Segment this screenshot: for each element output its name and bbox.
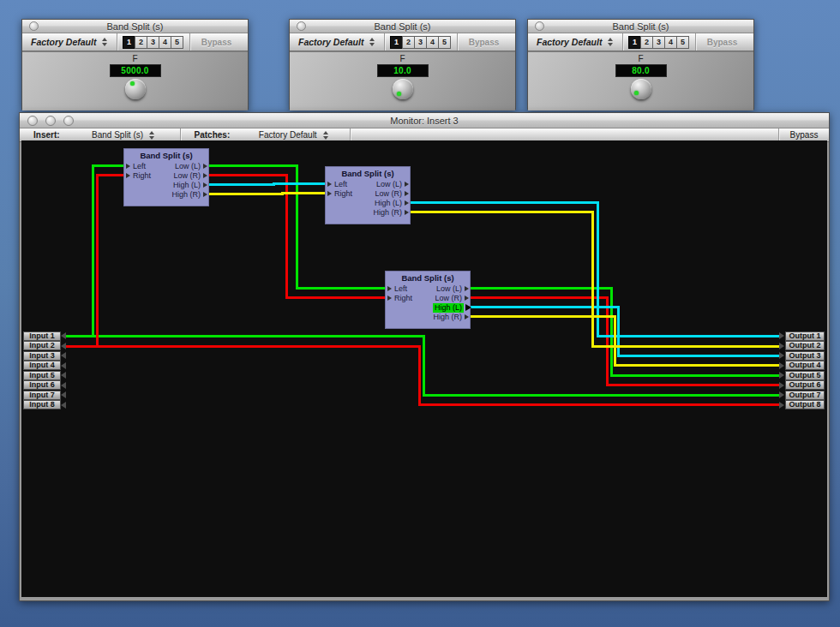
preset-dropdown[interactable]: Factory Default bbox=[533, 37, 622, 47]
output-port-label[interactable]: High (L) bbox=[173, 181, 201, 190]
preset-tab-3[interactable]: 3 bbox=[414, 36, 427, 49]
wire-segment[interactable] bbox=[470, 296, 609, 299]
node-band-split-2[interactable]: Band Split (s)LeftLow (L)RightLow (R)Hig… bbox=[325, 166, 411, 224]
routing-canvas[interactable]: Band Split (s)LeftLow (L)RightLow (R)Hig… bbox=[21, 140, 827, 597]
close-button[interactable] bbox=[297, 21, 306, 31]
preset-tab-2[interactable]: 2 bbox=[640, 36, 653, 49]
knob[interactable] bbox=[125, 79, 146, 99]
preset-tab-2[interactable]: 2 bbox=[402, 36, 415, 49]
wire-segment[interactable] bbox=[410, 211, 594, 213]
output-button-2[interactable]: Output 2 bbox=[785, 341, 825, 350]
zoom-button[interactable] bbox=[63, 116, 74, 126]
minimize-button[interactable] bbox=[45, 116, 56, 126]
wire-segment[interactable] bbox=[285, 296, 387, 299]
bypass-button[interactable]: Bypass bbox=[779, 130, 829, 140]
bypass-button[interactable]: Bypass bbox=[190, 38, 243, 47]
output-port-label[interactable]: Low (L) bbox=[436, 284, 462, 294]
close-button[interactable] bbox=[29, 21, 39, 31]
wire-segment[interactable] bbox=[614, 315, 616, 367]
wire-segment[interactable] bbox=[96, 174, 125, 176]
wire-segment[interactable] bbox=[614, 364, 782, 367]
preset-tab-5[interactable]: 5 bbox=[676, 36, 689, 49]
node-band-split-3[interactable]: Band Split (s)LeftLow (L)RightLow (R)Hig… bbox=[385, 271, 471, 329]
output-button-1[interactable]: Output 1 bbox=[785, 331, 825, 341]
plugin-titlebar[interactable]: Band Split (s) bbox=[290, 20, 515, 33]
plugin-titlebar[interactable]: Band Split (s) bbox=[22, 20, 248, 33]
wire-segment[interactable] bbox=[470, 306, 620, 308]
wire-segment[interactable] bbox=[606, 384, 782, 386]
wire-segment[interactable] bbox=[423, 394, 782, 397]
input-button-6[interactable]: Input 6 bbox=[23, 380, 61, 390]
input-button-8[interactable]: Input 8 bbox=[23, 400, 61, 409]
wire-segment[interactable] bbox=[63, 335, 425, 337]
output-port-label[interactable]: Low (L) bbox=[376, 180, 402, 189]
close-button[interactable] bbox=[27, 116, 38, 126]
wire-segment[interactable] bbox=[208, 183, 275, 186]
preset-tab-5[interactable]: 5 bbox=[438, 36, 451, 49]
close-button[interactable] bbox=[535, 21, 544, 31]
preset-tab-4[interactable]: 4 bbox=[159, 36, 171, 49]
wire-segment[interactable] bbox=[296, 287, 387, 290]
input-button-2[interactable]: Input 2 bbox=[23, 341, 61, 350]
wire-segment[interactable] bbox=[410, 201, 599, 204]
output-port-label[interactable]: High (R) bbox=[171, 190, 201, 200]
wire-segment[interactable] bbox=[591, 211, 594, 348]
preset-tab-1[interactable]: 1 bbox=[390, 36, 403, 49]
patches-dropdown[interactable]: Factory Default bbox=[237, 130, 350, 140]
insert-dropdown[interactable]: Band Split (s) bbox=[67, 130, 180, 140]
wire-segment[interactable] bbox=[591, 345, 782, 348]
wire-segment[interactable] bbox=[281, 192, 327, 194]
preset-tab-4[interactable]: 4 bbox=[426, 36, 439, 49]
output-button-4[interactable]: Output 4 bbox=[785, 361, 825, 370]
node-band-split-1[interactable]: Band Split (s)LeftLow (L)RightLow (R)Hig… bbox=[123, 148, 209, 206]
wire-segment[interactable] bbox=[92, 164, 125, 167]
wire-segment[interactable] bbox=[92, 164, 94, 337]
output-port-label[interactable]: High (R) bbox=[433, 313, 462, 322]
output-port-label[interactable]: Low (L) bbox=[175, 162, 201, 171]
preset-tab-5[interactable]: 5 bbox=[171, 36, 183, 49]
wire-segment[interactable] bbox=[617, 355, 782, 357]
input-button-4[interactable]: Input 4 bbox=[23, 361, 61, 370]
wire-segment[interactable] bbox=[423, 335, 425, 397]
plugin-titlebar[interactable]: Band Split (s) bbox=[528, 20, 753, 33]
wire-segment[interactable] bbox=[606, 296, 609, 386]
preset-dropdown[interactable]: Factory Default bbox=[27, 37, 117, 47]
input-button-1[interactable]: Input 1 bbox=[23, 331, 61, 341]
wire-segment[interactable] bbox=[470, 315, 616, 318]
output-button-8[interactable]: Output 8 bbox=[785, 400, 825, 409]
input-port-label[interactable]: Right bbox=[394, 294, 412, 303]
bypass-button[interactable]: Bypass bbox=[696, 38, 748, 47]
wire-segment[interactable] bbox=[418, 403, 782, 406]
output-port-label[interactable]: Low (R) bbox=[435, 294, 462, 303]
preset-tab-3[interactable]: 3 bbox=[147, 36, 159, 49]
input-port-label[interactable]: Left bbox=[133, 162, 146, 171]
output-port-label[interactable]: Low (R) bbox=[173, 171, 201, 181]
input-button-7[interactable]: Input 7 bbox=[23, 391, 61, 400]
output-button-6[interactable]: Output 6 bbox=[785, 380, 825, 390]
output-button-3[interactable]: Output 3 bbox=[785, 351, 825, 361]
wire-segment[interactable] bbox=[418, 345, 421, 406]
wire-segment[interactable] bbox=[610, 374, 782, 377]
bypass-button[interactable]: Bypass bbox=[458, 38, 510, 47]
wire-segment[interactable] bbox=[208, 164, 298, 167]
wire-segment[interactable] bbox=[96, 174, 99, 348]
preset-tab-2[interactable]: 2 bbox=[135, 36, 147, 49]
knob[interactable] bbox=[631, 79, 651, 99]
input-button-3[interactable]: Input 3 bbox=[23, 351, 61, 361]
wire-segment[interactable] bbox=[208, 174, 288, 176]
input-port-label[interactable]: Left bbox=[334, 180, 347, 189]
wire-segment[interactable] bbox=[63, 345, 421, 348]
input-port-label[interactable]: Right bbox=[334, 189, 352, 199]
monitor-titlebar[interactable]: Monitor: Insert 3 bbox=[20, 113, 829, 128]
preset-tab-4[interactable]: 4 bbox=[664, 36, 677, 49]
output-port-label[interactable]: High (L) bbox=[433, 303, 464, 313]
wire-segment[interactable] bbox=[273, 182, 327, 185]
output-button-7[interactable]: Output 7 bbox=[785, 391, 825, 400]
wire-segment[interactable] bbox=[597, 335, 782, 337]
output-button-5[interactable]: Output 5 bbox=[785, 371, 825, 380]
input-button-5[interactable]: Input 5 bbox=[23, 371, 61, 380]
wire-segment[interactable] bbox=[610, 287, 613, 377]
output-port-label[interactable]: High (L) bbox=[375, 199, 402, 208]
wire-segment[interactable] bbox=[208, 193, 284, 195]
output-port-label[interactable]: High (R) bbox=[373, 208, 402, 218]
